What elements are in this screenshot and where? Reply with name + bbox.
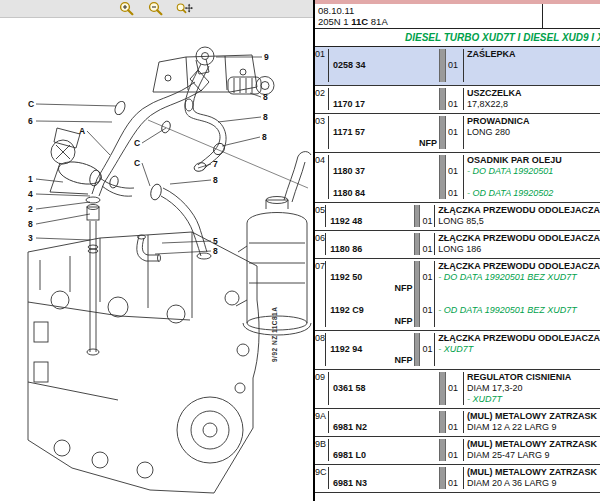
table-row[interactable]: 031171 57NFP01PROWADNICALONG 280 (315, 114, 600, 153)
qty-cell: 01 (420, 333, 434, 366)
description-line: LONG 85,5 (438, 216, 600, 227)
ref-line (315, 450, 328, 461)
description-line (438, 316, 600, 327)
column-divider (439, 467, 446, 489)
part-number-line (333, 49, 439, 60)
callout-label: 7 (213, 159, 218, 169)
desc-cell: ZŁĄCZKA PRZEWODU ODOLEJACZALONG 85,5 (434, 205, 600, 227)
desc-cell: PROWADNICALONG 280 (463, 116, 600, 149)
parts-panel: 08.10.11 205N 1 11C 81A DIESEL TURBO XUD… (313, 0, 600, 501)
zoom-drag-icon[interactable] (176, 1, 193, 16)
description-line: PROWADNICA (467, 116, 600, 127)
ref-line (315, 344, 325, 355)
qty-line (422, 316, 434, 327)
ref-line (315, 316, 325, 327)
table-row[interactable]: 081192 94NFP01ZŁĄCZKA PRZEWODU ODOLEJACZ… (315, 331, 600, 370)
table-row[interactable]: 041180 371180 840101OSADNIK PAR OLEJU- D… (315, 153, 600, 203)
column-divider (439, 372, 446, 405)
qty-line (422, 233, 434, 244)
part-cell: 1192 94NFP (326, 333, 414, 366)
qty-line: 01 (448, 166, 463, 177)
table-row[interactable]: 090361 5801REGULATOR CISNIENIADIAM 17,3-… (315, 370, 600, 409)
part-number-line: 1180 84 (333, 188, 439, 199)
table-row[interactable]: 9A6981 N201(MUL) METALOWY ZATRZASKDIAM 1… (315, 409, 600, 437)
ref-line (315, 305, 325, 316)
ref-line (315, 422, 328, 433)
qty-line: 01 (422, 244, 434, 255)
part-number-line (333, 411, 439, 422)
table-row[interactable]: 9B6981 L001(MUL) METALOWY ZATRZASKDIAM 2… (315, 437, 600, 465)
qty-cell: 01 (446, 116, 463, 149)
callout-label: 9 (264, 52, 269, 62)
qty-line: 01 (422, 272, 434, 283)
qty-line (448, 394, 463, 405)
ref-line (315, 394, 328, 405)
callout-label: 4 (28, 189, 33, 199)
ref-line: 01 (315, 49, 328, 60)
part-number-line (333, 71, 439, 82)
desc-cell: ZŁĄCZKA PRZEWODU ODOLEJACZA- DO DATA 199… (434, 261, 600, 327)
callout-label: C (28, 99, 34, 109)
ref-line (315, 71, 328, 82)
column-divider (439, 116, 446, 149)
ref-line (315, 216, 325, 227)
ref-cell: 9C (315, 467, 329, 489)
table-row[interactable]: 021170 1701USZCZELKA17,8X22,8 (315, 86, 600, 114)
description-line: - OD DATA 19920501 BEZ XUD7T (438, 305, 600, 316)
header-empty-cell (543, 4, 600, 28)
callout-leader-line (222, 137, 260, 146)
ref-line: 9A (315, 411, 328, 422)
description-line: ZŁĄCZKA PRZEWODU ODOLEJACZA (438, 233, 600, 244)
ref-line (315, 127, 328, 138)
desc-cell: ZŁĄCZKA PRZEWODU ODOLEJACZA- XUD7T (434, 333, 600, 366)
qty-cell: 01 (446, 439, 463, 461)
callout-label: 8 (28, 219, 33, 229)
table-row[interactable]: 061180 8601ZŁĄCZKA PRZEWODU ODOLEJACZALO… (315, 231, 600, 259)
diagram-canvas[interactable]: 9/92 NZ 11C81A C614283ACC98887858 (0, 18, 313, 501)
ref-line: 9C (315, 467, 328, 478)
zoom-out-icon[interactable] (147, 1, 164, 16)
ref-cell: 04 (315, 155, 329, 199)
column-divider (439, 49, 446, 82)
table-row[interactable]: 071192 50NFP1192 C9NFP0101ZŁĄCZKA PRZEWO… (315, 259, 600, 331)
qty-line (422, 294, 434, 305)
zoom-in-icon[interactable] (118, 1, 135, 16)
ref-cell: 08 (315, 333, 326, 366)
qty-cell: 01 (446, 411, 463, 433)
part-number-line (333, 439, 439, 450)
qty-line: 01 (422, 216, 434, 227)
part-number-line (333, 467, 439, 478)
table-row[interactable]: 010258 3401ZAŚLEPKA (315, 47, 600, 86)
part-cell: 6981 N2 (329, 411, 439, 433)
callout-leader-line (36, 202, 90, 209)
part-number-line (333, 394, 439, 405)
part-cell: 1192 48 (326, 205, 414, 227)
desc-cell: USZCZELKA17,8X22,8 (463, 88, 600, 110)
ref-cell: 02 (315, 88, 329, 110)
part-cell: 0361 58 (329, 372, 439, 405)
part-number-line: NFP (330, 283, 414, 294)
ref-line (315, 177, 328, 188)
description-line: DIAM 20 A 36 LARG 9 (467, 478, 600, 489)
description-line: - XUD7T (467, 394, 600, 405)
table-row[interactable]: 051192 4801ZŁĄCZKA PRZEWODU ODOLEJACZALO… (315, 203, 600, 231)
callout-label: 8 (262, 132, 267, 142)
callout-label: 1 (28, 174, 33, 184)
ref-line: 09 (315, 372, 328, 383)
qty-line: 01 (422, 305, 434, 316)
description-line (467, 138, 600, 149)
description-line: - DO DATA 19920501 (467, 166, 600, 177)
table-row[interactable]: 9C6981 N301(MUL) METALOWY ZATRZASKDIAM 2… (315, 465, 600, 493)
qty-line (422, 355, 434, 366)
qty-cell: 01 (446, 467, 463, 489)
qty-line (448, 411, 463, 422)
column-divider (439, 411, 446, 433)
description-line (467, 71, 600, 82)
qty-line (422, 205, 434, 216)
qty-line: 01 (448, 60, 463, 71)
description-line: (MUL) METALOWY ZATRZASK (467, 467, 600, 478)
ref-cell: 05 (315, 205, 326, 227)
diagram-panel: 9/92 NZ 11C81A C614283ACC98887858 (0, 0, 313, 501)
part-number-line: 1180 86 (330, 244, 414, 255)
description-line: (MUL) METALOWY ZATRZASK (467, 411, 600, 422)
